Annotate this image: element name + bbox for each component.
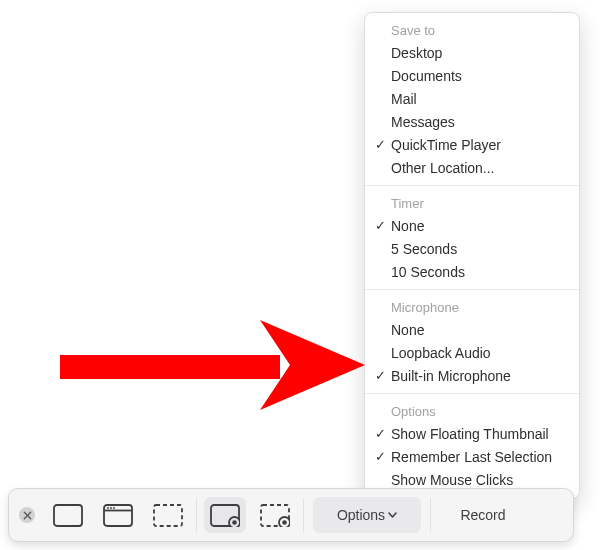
menu-item-show-thumbnail[interactable]: ✓ Show Floating Thumbnail — [365, 422, 579, 445]
screen-icon — [53, 504, 83, 527]
menu-item-mic-builtin[interactable]: ✓ Built-in Microphone — [365, 364, 579, 387]
menu-item-label: Built-in Microphone — [391, 368, 511, 384]
options-button[interactable]: Options — [313, 497, 421, 533]
menu-separator — [365, 289, 579, 290]
menu-item-documents[interactable]: Documents — [365, 64, 579, 87]
menu-item-timer-10s[interactable]: 10 Seconds — [365, 260, 579, 283]
record-button[interactable]: Record — [434, 497, 532, 533]
toolbar-separator — [303, 498, 304, 532]
close-icon — [23, 511, 32, 520]
menu-item-label: None — [391, 218, 424, 234]
capture-window-button[interactable] — [97, 497, 139, 533]
menu-item-label: Show Floating Thumbnail — [391, 426, 549, 442]
svg-rect-4 — [54, 505, 82, 526]
chevron-down-icon — [388, 512, 397, 518]
capture-entire-screen-button[interactable] — [47, 497, 89, 533]
options-menu: Save to Desktop Documents Mail Messages … — [364, 12, 580, 499]
menu-item-mic-loopback[interactable]: Loopback Audio — [365, 341, 579, 364]
check-icon: ✓ — [375, 448, 386, 466]
capture-selection-button[interactable] — [147, 497, 189, 533]
menu-header-save-to: Save to — [365, 19, 579, 41]
menu-item-remember-selection[interactable]: ✓ Remember Last Selection — [365, 445, 579, 468]
menu-item-other-location[interactable]: Other Location... — [365, 156, 579, 179]
menu-item-quicktime-player[interactable]: ✓ QuickTime Player — [365, 133, 579, 156]
annotation-arrow-icon — [60, 320, 370, 414]
check-icon: ✓ — [375, 217, 386, 235]
svg-point-8 — [110, 507, 112, 509]
svg-point-9 — [113, 507, 115, 509]
menu-item-mic-none[interactable]: None — [365, 318, 579, 341]
menu-header-microphone: Microphone — [365, 296, 579, 318]
svg-point-7 — [107, 507, 109, 509]
check-icon: ✓ — [375, 136, 386, 154]
record-label: Record — [460, 507, 505, 523]
toolbar-separator — [430, 498, 431, 532]
toolbar-separator — [196, 498, 197, 532]
svg-point-13 — [232, 520, 237, 525]
check-icon: ✓ — [375, 367, 386, 385]
selection-icon — [153, 504, 183, 527]
menu-item-desktop[interactable]: Desktop — [365, 41, 579, 64]
svg-rect-0 — [60, 355, 280, 379]
svg-point-16 — [282, 520, 287, 525]
menu-item-messages[interactable]: Messages — [365, 110, 579, 133]
record-screen-icon — [210, 504, 240, 527]
menu-item-timer-none[interactable]: ✓ None — [365, 214, 579, 237]
menu-header-timer: Timer — [365, 192, 579, 214]
check-icon: ✓ — [375, 425, 386, 443]
record-selection-button[interactable] — [254, 497, 296, 533]
record-selection-icon — [260, 504, 290, 527]
options-label: Options — [337, 507, 385, 523]
menu-separator — [365, 185, 579, 186]
window-icon — [103, 504, 133, 527]
menu-separator — [365, 393, 579, 394]
menu-item-timer-5s[interactable]: 5 Seconds — [365, 237, 579, 260]
svg-rect-10 — [154, 505, 182, 526]
menu-item-label: Remember Last Selection — [391, 449, 552, 465]
screenshot-toolbar: Options Record — [8, 488, 574, 542]
menu-item-mail[interactable]: Mail — [365, 87, 579, 110]
record-entire-screen-button[interactable] — [204, 497, 246, 533]
menu-header-options: Options — [365, 400, 579, 422]
menu-item-label: QuickTime Player — [391, 137, 501, 153]
close-toolbar-button[interactable] — [19, 507, 35, 523]
